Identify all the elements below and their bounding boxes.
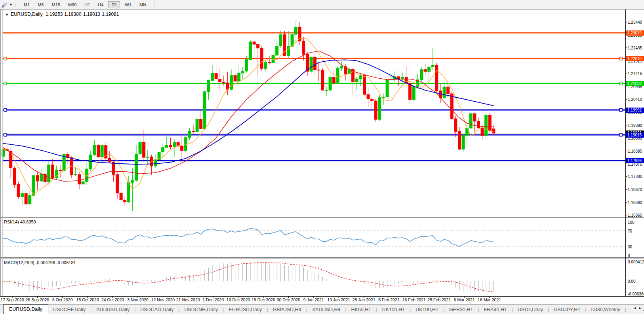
line-handle[interactable]: [4, 82, 7, 85]
candle-body: [473, 113, 476, 121]
chart-tab-usdcad-daily[interactable]: USDCAD,Daily: [135, 306, 178, 314]
timeframe-button-mn[interactable]: MN: [136, 1, 149, 8]
tab-scroll-left-icon[interactable]: ◄: [633, 306, 636, 310]
candle: [120, 185, 122, 201]
candle-body: [260, 48, 263, 69]
tab-scroll-right-icon[interactable]: ►: [638, 306, 642, 310]
chart-tab-dj30-weekly[interactable]: DJ30,Weekly: [586, 306, 625, 314]
line-handle[interactable]: [4, 57, 7, 60]
chart-tab-ger30-h1[interactable]: GER30,H1: [444, 306, 478, 314]
timeframe-button-w1[interactable]: W1: [122, 1, 135, 8]
line-handle[interactable]: [4, 134, 7, 136]
candle-body: [48, 165, 50, 182]
candle: [158, 151, 160, 161]
candle-body: [207, 81, 210, 92]
date-axis-label: 6 Mar 2021: [454, 297, 475, 302]
chart-tab-gbpusd-h4[interactable]: GBPUSD,H4: [268, 306, 306, 314]
tool-dropdown-caret-icon[interactable]: ▼: [9, 3, 13, 7]
candle: [473, 113, 476, 132]
mt4-terminal: ▼ M1M5M15M30H1H4D1W1MN ▼EURUSD,Daily 1.1…: [0, 0, 644, 314]
chart-tab-usdjpy-h1[interactable]: USDJPY,H1: [549, 306, 585, 314]
timeframe-buttons: M1M5M15M30H1H4D1W1MN: [21, 1, 151, 8]
candle: [420, 67, 423, 82]
timeframe-button-h1[interactable]: H1: [81, 1, 93, 8]
date-axis-label: 9 Jan 2021: [303, 297, 324, 302]
candle-body: [367, 95, 370, 99]
candle-body: [36, 176, 39, 181]
chart-tab-usoil-daily[interactable]: USOil,Daily: [513, 306, 548, 314]
candle: [21, 190, 24, 205]
candle-body: [488, 115, 491, 131]
toolbar-grip[interactable]: [15, 2, 18, 8]
chart-canvas[interactable]: [0, 9, 644, 305]
timeframe-button-d1[interactable]: D1: [108, 1, 120, 8]
chart-tab-hk50-h1[interactable]: HK50,H1: [347, 306, 376, 314]
candle-body: [435, 65, 438, 91]
timeframe-button-m15[interactable]: M15: [48, 1, 63, 8]
price-axis-label: 1.17380: [628, 174, 644, 179]
date-axis-label: 17 Sep 2020: [0, 297, 24, 302]
candle: [302, 37, 305, 61]
chart-tab-usdchf-daily[interactable]: USDCHF,Daily: [48, 306, 90, 314]
candle-body: [317, 70, 320, 70]
candle: [17, 182, 20, 199]
timeframe-button-m30[interactable]: M30: [65, 1, 80, 8]
symbol-dropdown-icon[interactable]: ▼: [5, 13, 9, 17]
candle: [105, 143, 107, 161]
candle-body: [112, 162, 115, 175]
chart-tab-fra40-h1[interactable]: FRA40,H1: [479, 306, 512, 314]
chart-tool-icon[interactable]: [1, 2, 9, 8]
chart-tab-eurusd-daily[interactable]: EURUSD,Daily: [3, 305, 48, 314]
chart-tab-usdcnh-daily[interactable]: USDCNH,Daily: [179, 306, 223, 314]
timeframe-button-m5[interactable]: M5: [34, 1, 47, 8]
candle: [203, 91, 206, 130]
line-handle[interactable]: [619, 57, 622, 60]
timeframe-button-h4[interactable]: H4: [95, 1, 107, 8]
candle-body: [78, 174, 81, 184]
candle-body: [276, 46, 278, 55]
candle-body: [412, 87, 415, 100]
candle-body: [181, 146, 183, 151]
candle: [340, 62, 343, 71]
ohlc-low: 1.19013: [83, 11, 100, 17]
tab-scroll-arrows: ◄►: [630, 305, 643, 311]
candle-body: [431, 65, 434, 67]
date-axis-label: 25 Feb 2021: [427, 297, 451, 302]
ohlc-open: 1.19253: [46, 11, 63, 17]
candle-body: [188, 131, 191, 138]
candle: [63, 153, 65, 171]
candle: [253, 40, 255, 53]
candle: [241, 67, 244, 79]
candle-body: [222, 82, 225, 83]
candle: [219, 68, 221, 90]
candle: [211, 66, 214, 81]
candle-body: [162, 148, 164, 152]
line-handle[interactable]: [619, 82, 622, 85]
ma-fast-line: [3, 38, 493, 195]
candle: [287, 31, 290, 58]
chart-tab-xauusd-h4[interactable]: XAUUSD,H4: [307, 306, 345, 314]
candle-body: [200, 119, 202, 129]
line-handle[interactable]: [4, 109, 7, 112]
candle: [435, 63, 438, 95]
candle-body: [238, 73, 240, 81]
line-handle[interactable]: [619, 109, 622, 112]
line-handle[interactable]: [619, 134, 622, 136]
candle-body: [146, 157, 149, 157]
candle-body: [135, 154, 138, 180]
candle: [74, 168, 77, 176]
chart-tab-uk100-h1[interactable]: UK100,H1: [411, 306, 443, 314]
candle: [89, 151, 92, 171]
candles-group: [2, 21, 495, 211]
candle: [177, 138, 179, 148]
date-axis-label: 16 Mar 2021: [478, 297, 501, 302]
candle: [135, 145, 138, 182]
candle: [276, 40, 278, 56]
candle-body: [374, 101, 377, 119]
candle-body: [139, 142, 141, 154]
chart-tab-eurusd-daily[interactable]: EURUSD,Daily: [224, 306, 267, 314]
chart-tab-uk100-h1[interactable]: UK100,H1: [377, 306, 410, 314]
candle-body: [386, 79, 389, 97]
chart-tab-audusd-daily[interactable]: AUDUSD,Daily: [91, 306, 134, 314]
timeframe-button-m1[interactable]: M1: [21, 1, 33, 8]
